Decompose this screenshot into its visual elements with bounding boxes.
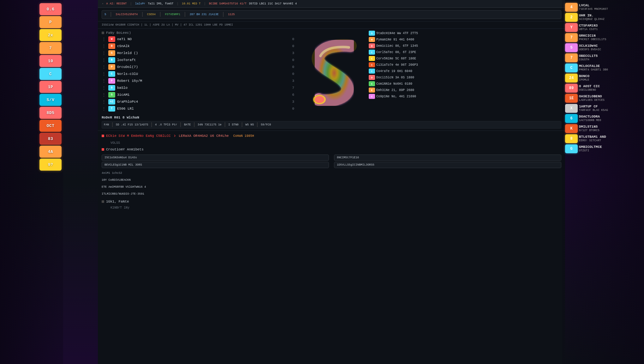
right-list-badge: C <box>369 56 375 61</box>
dots-menu-icon: ⋮ <box>102 106 106 112</box>
right-item-name: LVCAL <box>579 3 641 8</box>
list-count: 3 <box>288 79 294 83</box>
right-list-item: CCo4raTe 19 6H1 6040 <box>369 68 561 74</box>
section1-title: FaNy BoLeec) <box>106 31 131 35</box>
right-item-sub: IPOMLE <box>579 78 641 82</box>
list-count: 0 <box>288 107 294 111</box>
svg-point-1 <box>315 96 324 103</box>
code-right-line-2: 1D5VLLS5gICINBMIL3ORS5 <box>337 163 374 167</box>
right-list-item: S5taDcH1N4e Ww 4TF 2TT5 <box>369 30 561 36</box>
list-count: 0 <box>288 37 294 41</box>
list-item[interactable]: ⋮RcSnAlk0 <box>102 43 294 50</box>
col-fan: FAN <box>104 123 109 126</box>
sidebar-btn[interactable]: P <box>39 16 62 28</box>
bottom-sec3-header: 1Gk1, FaNte <box>102 199 561 204</box>
right-item-text: GRKCIC1NPHCR1T OBECCL1TS <box>579 34 641 41</box>
right-item-name: CTSFAM1N3 <box>579 24 641 28</box>
list-item[interactable]: ⋮S3icAMi6 <box>102 91 294 98</box>
bottom-sec1-sub: VOLSS <box>106 140 561 145</box>
list-badge: C <box>108 71 115 77</box>
list-item[interactable]: ⋮TE506 LRl0 <box>102 105 294 112</box>
code-right: 8NCIM5t7F1E16 1D5VLLS5gICINBMIL3ORS5 <box>334 154 561 197</box>
sidebar-btn[interactable]: 7 <box>39 42 62 54</box>
list-name: Robert 15y/M <box>117 79 286 83</box>
sidebar-btn[interactable]: 83 <box>39 133 62 145</box>
list-badge: P <box>108 64 115 70</box>
right-list-badge: D <box>369 43 375 48</box>
code-row-3: 4e1M1 1chcS2 <box>102 169 329 176</box>
code-right-line-1: 8NCIM5t7F1E16 <box>337 156 359 159</box>
filter-6: 1125 <box>228 13 235 16</box>
right-sidebar-item: 4LVCAL71E3F3A5 MNCM1N5T <box>564 3 642 12</box>
right-item-text: GMBICOLTMCEOTZGTI <box>579 145 641 153</box>
list-item[interactable]: ⋮GHorleld ()3 <box>102 50 294 57</box>
right-sidebar-item: 2UHR IN.ACIVQBUZ QLIHAZ <box>564 13 642 22</box>
list-item[interactable]: ⋮BlooToraft0 <box>102 57 294 64</box>
right-sidebar-item: 24BONCOIPOMLE <box>564 73 642 83</box>
code-line-5: ETE AmIM5RFBR V5lGHTWN16 4 <box>102 185 146 189</box>
bottom-sec3-sub: K1NBrT 1Ny <box>106 204 561 213</box>
sidebar-btn[interactable]: 0.6 <box>39 3 62 15</box>
list-item[interactable]: ⋮AIGraPhloPc43 <box>102 98 294 105</box>
sidebar-btn[interactable]: C <box>39 68 62 80</box>
dots-menu-icon: ⋮ <box>102 99 106 105</box>
right-list-badge: E <box>369 88 375 93</box>
sidebar-btn[interactable]: OCT <box>39 120 62 132</box>
sidebar-btn[interactable]: 2x <box>39 29 62 41</box>
right-list-name: Co4raTe 19 6H1 6040 <box>376 70 561 73</box>
right-item-name: 1ARTUP CF <box>579 105 641 109</box>
right-item-name: MCLOCFAL3E <box>579 64 641 68</box>
right-item-name: GRKCIC1N <box>579 34 641 38</box>
header-decode: I5SC1AW 6H1B0R CIDNTCH | 1L | ASPE 2U LA… <box>98 21 565 29</box>
right-list-name: 5taDcH1N4e Ww 4TF 2TT5 <box>376 32 561 35</box>
right-badge: 1E <box>565 94 578 103</box>
sidebar-btn[interactable]: 8D5 <box>39 107 62 119</box>
code-line-2: BEVCLESg1C1NB MIL 3ORS <box>104 163 142 167</box>
bottom-sec1-subtitle: VOLSS <box>110 141 120 145</box>
right-sidebar-item: 7GRKCIC1NPHCR1T OBECCL1TS <box>564 33 642 42</box>
list-name: looToraft <box>117 58 286 62</box>
col-bate: BATE <box>184 123 191 126</box>
right-list-col: S5taDcH1N4e Ww 4TF 2TT5HPymam1Ne 91 4H1 … <box>369 30 561 112</box>
filters-row: 5 | IALCIV5i5h0T4 | CSE84 | F5TVENMP1 | … <box>102 10 561 19</box>
right-item-text: UHR IN.ACIVQBUZ QLIHAZ <box>579 14 641 21</box>
list-item[interactable]: ⋮POrcuDol(7)0 <box>102 64 294 70</box>
sidebar-btn[interactable]: 4A <box>39 146 62 158</box>
main-content: ▪ A AI: RECENT | lalsPr TaI1 IM5, fom5T … <box>98 0 565 364</box>
content-inner[interactable]: ▪ A AI: RECENT | lalsPr TaI1 IM5, fom5T … <box>98 0 565 364</box>
list-count: 7 <box>288 86 294 90</box>
filter-3: CSE84 <box>147 13 156 16</box>
list-item[interactable]: ⋮CNorls-c3lU0 <box>102 70 294 77</box>
bottom-sec2-header: CroutiomY Anm1bets <box>102 147 561 152</box>
right-list-badge: C <box>369 94 375 99</box>
list-item[interactable]: ⋮BbaSlo7 <box>102 84 294 91</box>
right-list-item: CCo9p1Ne No, 4H1 21690 <box>369 93 561 100</box>
right-badge: 8 <box>565 134 578 143</box>
left-list: ⋮WoaTi NO0⋮RcSnAlk0⋮GHorleld ()3⋮BlooTor… <box>102 36 294 112</box>
list-name: oaTi NO <box>117 37 286 41</box>
right-badge: 7 <box>565 33 578 42</box>
sidebar-btn[interactable]: S/V <box>39 94 62 106</box>
code-block: I5C1oSN3oNGu4 D1A5s BEVCLESg1C1NB MIL 3O… <box>102 154 561 197</box>
right-item-text: XCLK1DW4CUDEOF5 BVDAIC <box>579 44 641 52</box>
right-list-item: EEmh3iNe 21, 89P 2680 <box>369 87 561 93</box>
sidebar-btn[interactable]: 1P <box>39 81 62 93</box>
snake-container <box>300 36 363 106</box>
sidebar-btn[interactable]: 10 <box>39 55 62 67</box>
code-line-4: 10Y CoRDIVLBEACKN <box>102 179 131 182</box>
right-item-sub: UDEOF5 BVDAIC <box>579 48 641 52</box>
bottom-sec1-title: ECk1e StW M Em8eNo EaNg C5BlLCC <box>106 134 171 138</box>
right-list: S5taDcH1N4e Ww 4TF 2TT5HPymam1Ne 91 4H1 … <box>369 30 561 100</box>
sidebar-btn[interactable]: 9? <box>39 159 62 171</box>
right-badge: 7 <box>565 53 578 62</box>
right-badge: X <box>565 104 578 113</box>
right-list-name: Ci3iaTo7e 4e 96T 206P3 <box>376 63 561 67</box>
right-item-text: DMIL5T1N58/127 BTORC5 <box>579 125 641 132</box>
list-badge: S <box>108 92 115 98</box>
list-item[interactable]: ⋮WoaTi NO0 <box>102 36 294 43</box>
right-badge: 6 <box>565 114 578 123</box>
list-item[interactable]: ⋮PRobert 15y/M3 <box>102 77 294 84</box>
right-list-item: CCorv5N1Ne 5C 60T 186E <box>369 55 561 62</box>
right-list-badge: D <box>369 75 375 80</box>
right-list-name: Doci15icN 3A 0S 1880 <box>376 76 561 79</box>
